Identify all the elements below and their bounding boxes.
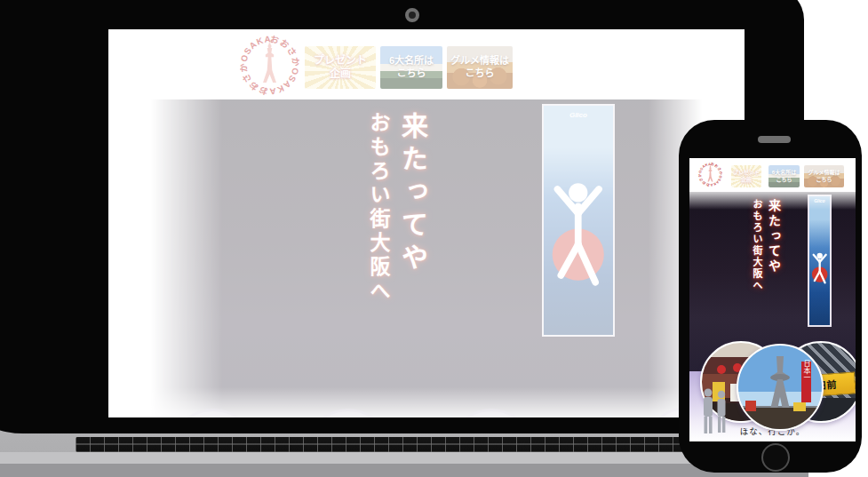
nav-button-gourmet-mobile[interactable]: グルメ情報は こちら <box>804 165 844 187</box>
laptop-screen-desktop-site: おおさかOSAKAおおさかOSAKAおおさか プレゼント 企画 6大名所は こち… <box>108 29 745 417</box>
circle-photo-tsutenkaku[interactable]: 日本一 <box>737 344 824 431</box>
hero-catch-copy-mobile: 来たってや おもろい街大阪へ <box>746 199 782 291</box>
nav-present-line2: 企画 <box>330 68 351 81</box>
tsutenkaku-illustration: 日本一 <box>738 346 822 429</box>
tourists-silhouette-icon <box>700 387 729 435</box>
phone-screen-mobile-site: おおさかOSAKAおおさかOSAKAおおさか プレゼント 企画 6大名所は こち… <box>689 158 856 441</box>
osaka-logo-icon-mobile: おおさかOSAKAおおさかOSAKAおおさか <box>698 163 722 187</box>
nav-button-present-mobile[interactable]: プレゼント 企画 <box>731 165 761 187</box>
webcam-icon <box>405 8 419 22</box>
osaka-logo[interactable]: おおさかOSAKAおおさかOSAKAおおさか <box>240 36 299 95</box>
osaka-logo-mobile[interactable]: おおさかOSAKAおおさかOSAKAおおさか <box>698 163 722 187</box>
hero-catch-line1: 来たってや <box>393 112 432 304</box>
nav-gourmet-line2-m: こちら <box>816 177 832 184</box>
nav-sights-line1: 6大名所は <box>389 55 434 68</box>
nav-button-sights[interactable]: 6大名所は こちら <box>380 46 442 89</box>
nav-button-gourmet[interactable]: グルメ情報は こちら <box>447 46 513 89</box>
nav-button-sights-mobile[interactable]: 6大名所は こちら <box>768 165 800 187</box>
glico-runner-icon <box>544 133 613 335</box>
hero-catch-copy: 来たってや おもろい街大阪へ <box>355 112 432 304</box>
desktop-header: おおさかOSAKAおおさかOSAKAおおさか プレゼント 企画 6大名所は こち… <box>108 29 745 99</box>
nav-sights-line1-m: 6大名所は <box>772 170 796 177</box>
osaka-logo-icon: おおさかOSAKAおおさかOSAKAおおさか <box>240 36 299 95</box>
hero-catch-line2-m: おもろい街大阪へ <box>750 199 764 291</box>
nav-gourmet-line1: グルメ情報は <box>450 55 509 68</box>
sign-glico-runner: Glico <box>542 104 615 337</box>
glico-runner-icon <box>809 211 830 325</box>
glico-logo-text: Glico <box>544 111 613 119</box>
nav-present-line2-m: 企画 <box>741 177 752 184</box>
phone-speaker <box>758 136 791 143</box>
glico-logo-text: Glico <box>809 199 830 203</box>
mobile-header: おおさかOSAKAおおさかOSAKAおおさか プレゼント 企画 6大名所は こち… <box>689 158 856 192</box>
laptop-base-bottom <box>0 464 808 477</box>
sign-glico-runner: Glico <box>808 195 832 327</box>
hero-catch-line2: おもろい街大阪へ <box>362 112 393 304</box>
hero-dotonbori-desktop: CHINTAI改“DSALEカラオケ Glico 来たってや おもろい街大阪へ <box>151 99 702 417</box>
nihonichi-banner-text: 日本一 <box>802 360 810 381</box>
nav-sights-line2: こちら <box>397 68 426 80</box>
responsive-mockup-stage: おおさかOSAKAおおさかOSAKAおおさか プレゼント 企画 6大名所は こち… <box>0 0 868 477</box>
nav-button-present[interactable]: プレゼント 企画 <box>305 46 376 89</box>
hero-catch-line1-m: 来たってや <box>764 199 782 291</box>
nav-gourmet-line2: こちら <box>466 68 495 80</box>
nav-sights-line2-m: こちら <box>776 177 792 184</box>
home-button <box>761 443 790 472</box>
nav-gourmet-line1-m: グルメ情報は <box>808 170 840 177</box>
nav-present-line1: プレゼント <box>314 54 367 68</box>
nav-present-line1-m: プレゼント <box>733 170 760 177</box>
